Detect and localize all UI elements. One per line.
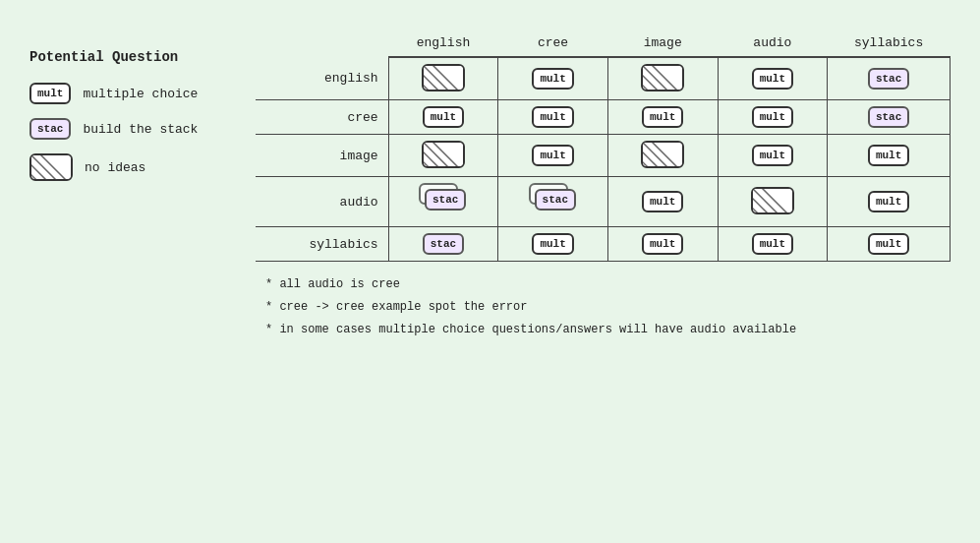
col-syllabics: syllabics <box>828 30 951 57</box>
note-1: all audio is cree <box>265 273 951 296</box>
cell-syllabics-audio: mult <box>718 227 828 262</box>
cell-cree-audio: mult <box>718 100 828 135</box>
mult-badge: mult <box>532 68 573 90</box>
cell-english-image <box>607 57 718 100</box>
cell-syllabics-english: stac <box>388 227 498 262</box>
stac-badge-legend: stac <box>29 118 71 140</box>
notes-section: all audio is cree cree -> cree example s… <box>256 273 951 340</box>
stac-badge: stac <box>868 106 909 128</box>
table-row: image mult mult <box>256 135 951 177</box>
cell-syllabics-syllabics: mult <box>828 227 951 262</box>
cell-syllabics-image: mult <box>607 227 718 262</box>
row-label-syllabics: syllabics <box>256 227 388 262</box>
hatch-badge <box>422 141 465 168</box>
mult-badge: mult <box>642 191 683 212</box>
stac-badge: stac <box>423 233 464 255</box>
cell-syllabics-cree: mult <box>498 227 608 262</box>
mult-badge: mult <box>752 233 793 255</box>
stac-badge-front: stac <box>535 189 576 211</box>
mult-badge: mult <box>868 145 909 166</box>
hatch-badge-legend <box>29 153 73 181</box>
mult-badge-legend: mult <box>29 83 71 104</box>
legend-item-stac: stac build the stack <box>29 118 226 140</box>
col-english: english <box>388 30 498 57</box>
mult-badge: mult <box>752 68 793 90</box>
legend-stac-label: build the stack <box>83 122 198 137</box>
note-2: cree -> cree example spot the error <box>265 296 951 319</box>
cell-cree-cree: mult <box>498 100 608 135</box>
page: Potential Question mult multiple choice … <box>0 0 980 543</box>
cell-audio-image: mult <box>607 177 718 227</box>
legend-mult-label: multiple choice <box>83 87 198 101</box>
note-3: in some cases multiple choice questions/… <box>265 319 951 341</box>
table-row: cree mult mult mult mult stac <box>256 100 951 135</box>
hatch-badge <box>641 141 684 168</box>
cell-english-cree: mult <box>498 57 608 100</box>
cell-english-english <box>388 57 498 100</box>
table-section: english cree image audio syllabics engli… <box>256 20 951 340</box>
mult-badge: mult <box>642 233 683 255</box>
mult-badge: mult <box>642 106 683 128</box>
hatch-badge <box>422 64 465 91</box>
col-audio: audio <box>718 30 828 57</box>
col-image: image <box>607 30 718 57</box>
hatch-badge <box>641 64 684 91</box>
mult-badge: mult <box>532 106 573 128</box>
cell-image-audio: mult <box>718 135 828 177</box>
cell-image-syllabics: mult <box>828 135 951 177</box>
mult-badge: mult <box>532 233 573 255</box>
legend: Potential Question mult multiple choice … <box>29 20 226 195</box>
table-row: english mult mult <box>256 57 951 100</box>
cell-image-cree: mult <box>498 135 608 177</box>
hatch-badge <box>751 187 794 214</box>
cell-image-image <box>607 135 718 177</box>
cell-audio-syllabics: mult <box>828 177 951 227</box>
cell-audio-audio <box>718 177 828 227</box>
legend-item-hatch: no ideas <box>29 153 226 181</box>
mult-badge: mult <box>752 106 793 128</box>
cell-image-english <box>388 135 498 177</box>
table-row: syllabics stac mult mult mult mult <box>256 227 951 262</box>
legend-hatch-label: no ideas <box>85 160 145 175</box>
mult-badge: mult <box>423 106 464 128</box>
col-cree: cree <box>498 30 608 57</box>
stac-badge: stac <box>868 68 909 90</box>
cell-audio-cree: mult stac <box>498 177 608 227</box>
stac-badge-front: stac <box>425 189 466 211</box>
question-table: english cree image audio syllabics engli… <box>256 30 951 262</box>
cell-audio-english: mult stac <box>388 177 498 227</box>
cell-cree-syllabics: stac <box>828 100 951 135</box>
row-label-image: image <box>256 135 388 177</box>
mult-badge: mult <box>868 233 909 255</box>
row-label-audio: audio <box>256 177 388 227</box>
corner-cell <box>256 30 388 57</box>
mult-badge: mult <box>532 145 573 166</box>
legend-title: Potential Question <box>29 49 226 65</box>
table-row: audio mult stac mult stac <box>256 177 951 227</box>
cell-cree-image: mult <box>607 100 718 135</box>
mult-badge: mult <box>752 145 793 166</box>
cell-english-audio: mult <box>718 57 828 100</box>
legend-item-mult: mult multiple choice <box>29 83 226 104</box>
row-label-cree: cree <box>256 100 388 135</box>
mult-badge: mult <box>868 191 909 212</box>
row-label-english: english <box>256 57 388 100</box>
cell-cree-english: mult <box>388 100 498 135</box>
cell-english-syllabics: stac <box>828 57 951 100</box>
table-header-row: english cree image audio syllabics <box>256 30 951 57</box>
